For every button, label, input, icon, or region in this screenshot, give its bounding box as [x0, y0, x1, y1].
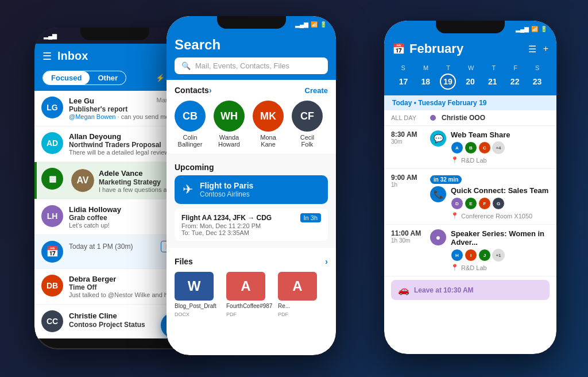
flight-info: Flight to Paris Contoso Airlines	[200, 181, 253, 198]
leave-icon: 🚗	[398, 284, 409, 295]
event-time-sales: 9:00 AM 1h	[391, 174, 424, 220]
leave-event[interactable]: 🚗 Leave at 10:30 AM	[391, 280, 550, 300]
calendar-header: 📅 February ☰ +	[384, 37, 556, 62]
tab-other[interactable]: Other	[90, 71, 126, 84]
email-sender: Lidia Holloway	[69, 205, 121, 214]
contact-avatar-cecil: CF	[292, 101, 323, 132]
avatar-allan: AD	[41, 132, 63, 154]
contact-colin[interactable]: CB ColinBallinger	[175, 101, 206, 148]
attendee-sp3: J	[478, 249, 491, 261]
phone-calendar: 10:28 ▂▄▆ 📶 🔋 📅 February ☰ + S	[384, 21, 556, 354]
in-progress-badge: in 32 min	[430, 175, 462, 184]
flight-card[interactable]: ✈ Flight to Paris Contoso Airlines	[175, 175, 328, 204]
location-icon: 📍	[451, 156, 459, 164]
leave-text: Leave at 10:30 AM	[414, 286, 474, 294]
day-21[interactable]: 21	[485, 74, 501, 90]
avatar-debra: DB	[41, 275, 63, 297]
day-numbers: 17 18 19 20 21 22 23	[392, 74, 548, 90]
status-signal: ▂▄▆	[44, 33, 57, 39]
avatar-lidia: LH	[41, 205, 63, 227]
day-23[interactable]: 23	[529, 74, 545, 90]
calendar-today-header: Today • Tuesday February 19	[384, 95, 556, 110]
calendar-screen: 10:28 ▂▄▆ 📶 🔋 📅 February ☰ + S	[384, 21, 556, 354]
contact-name-colin: ColinBallinger	[178, 134, 203, 148]
file-type-pdf1: PDF	[226, 311, 237, 317]
flight-detail-row[interactable]: Flight AA 1234, JFK → CDG In 3h From: Mo…	[175, 209, 328, 241]
contact-avatar-mona: MK	[253, 101, 284, 132]
day-18[interactable]: 18	[417, 74, 434, 90]
list-view-icon[interactable]: ☰	[528, 44, 536, 55]
day-17[interactable]: 17	[395, 74, 411, 90]
calendar-event-sales[interactable]: 9:00 AM 1h in 32 min 📞 Quick Connect: Sa…	[384, 169, 556, 225]
day-20[interactable]: 20	[462, 74, 478, 90]
event-loc-speaker: 📍 R&D Lab	[451, 264, 550, 271]
calendar-event-web-team[interactable]: 8:30 AM 30m 💬 Web Team Share A B C +4	[384, 126, 556, 169]
notch-middle	[217, 16, 286, 29]
contact-wanda[interactable]: WH WandaHoward	[214, 101, 245, 148]
attendee-s3: F	[478, 197, 491, 210]
day-22[interactable]: 22	[507, 74, 523, 90]
contact-avatar-wanda: WH	[214, 101, 245, 132]
tab-group: Focused Other	[42, 71, 126, 85]
flight-title: Flight to Paris	[200, 181, 253, 190]
flight-to-time: To: Tue, Dec 12 3:35AM	[181, 229, 321, 236]
event-icon-sales: 📞	[430, 186, 446, 202]
event-content-web: Web Team Share A B C +4 📍 R&D Lab	[451, 130, 550, 164]
email-content-calendar: Today at 1 PM (30m)	[69, 241, 155, 251]
allday-event-text: Christie OOO	[442, 114, 485, 122]
status-icons-right: ▂▄▆ 📶 🔋	[516, 26, 547, 32]
day-headers: S M T W T F S	[392, 64, 548, 71]
file-name-coffee: FourthCoffee#987	[226, 303, 272, 309]
phone-search: 10:28 ▂▄▆ 📶 🔋 Search 🔍 Mail, Events, Con…	[167, 16, 336, 355]
attendee-s2: E	[465, 197, 477, 210]
attendee-sp2: I	[465, 249, 477, 261]
search-screen: 10:28 ▂▄▆ 📶 🔋 Search 🔍 Mail, Events, Con…	[167, 16, 336, 355]
day-tue: T	[446, 64, 450, 71]
location-icon-speaker: 📍	[451, 264, 459, 271]
notch-left	[80, 28, 149, 40]
contact-mona[interactable]: MK MonaKane	[253, 101, 284, 148]
avatar-lee-gu: LG	[41, 97, 63, 118]
attendee-row-sales: D E F G	[451, 197, 550, 210]
attendee-row-speaker: H I J +1	[451, 249, 550, 261]
file-item-pdf2[interactable]: A Re... PDF	[278, 272, 324, 317]
day-thu: T	[492, 64, 496, 71]
attendee-1: A	[451, 141, 463, 154]
files-arrow[interactable]: ›	[325, 257, 328, 266]
allday-label: ALL DAY	[391, 114, 424, 121]
allday-dot	[430, 115, 436, 121]
event-loc-web: 📍 R&D Lab	[451, 156, 550, 164]
calendar-icon: 📅	[41, 241, 63, 263]
lightning-icon: ⚡	[156, 74, 165, 82]
scene: ▂▄▆ 10:28 📶 🔋 ☰ Inbox Focused Other	[0, 0, 588, 377]
event-content-sales: Quick Connect: Sales Team D E F G 📍 Conf…	[451, 186, 550, 220]
day-19-today[interactable]: 19	[440, 74, 456, 90]
day-fri: F	[513, 64, 517, 71]
email-subject: Publisher's report	[69, 105, 176, 113]
email-sender: Christie Cline	[69, 311, 117, 320]
search-input-bar[interactable]: 🔍 Mail, Events, Contacts, Files	[175, 57, 328, 74]
search-icon: 🔍	[181, 61, 191, 70]
tab-focused[interactable]: Focused	[43, 71, 90, 84]
file-icon-pdf2: A	[278, 272, 317, 301]
calendar-event-speaker[interactable]: 11:00 AM 1h 30m ● Speaker Series: Women …	[384, 225, 556, 276]
event-time-speaker: 11:00 AM 1h 30m	[391, 229, 424, 271]
create-button[interactable]: Create	[305, 86, 328, 95]
location-icon-sales: 📍	[451, 212, 459, 220]
contact-avatar-colin: CB	[175, 101, 206, 132]
file-name-blog: Blog_Post_Draft	[175, 303, 216, 309]
files-row: W Blog_Post_Draft DOCX A FourthCoffee#98…	[167, 270, 336, 320]
menu-icon[interactable]: ☰	[42, 50, 52, 63]
add-event-icon[interactable]: +	[543, 44, 548, 55]
upcoming-label: Upcoming	[175, 163, 214, 172]
flight-icon: ✈	[183, 182, 193, 197]
contact-cecil[interactable]: CF CecilFolk	[292, 101, 323, 148]
files-section-header: Files ›	[167, 251, 336, 270]
file-item-docx[interactable]: W Blog_Post_Draft DOCX	[175, 272, 220, 317]
attendee-more: +4	[492, 141, 505, 154]
contacts-arrow[interactable]: ›	[209, 86, 212, 95]
file-item-pdf1[interactable]: A FourthCoffee#987 PDF	[226, 272, 272, 317]
event-content-speaker: Speaker Series: Women in Adver... H I J …	[451, 229, 550, 271]
flight-time-badge: In 3h	[300, 213, 321, 222]
files-label: Files	[175, 257, 193, 266]
